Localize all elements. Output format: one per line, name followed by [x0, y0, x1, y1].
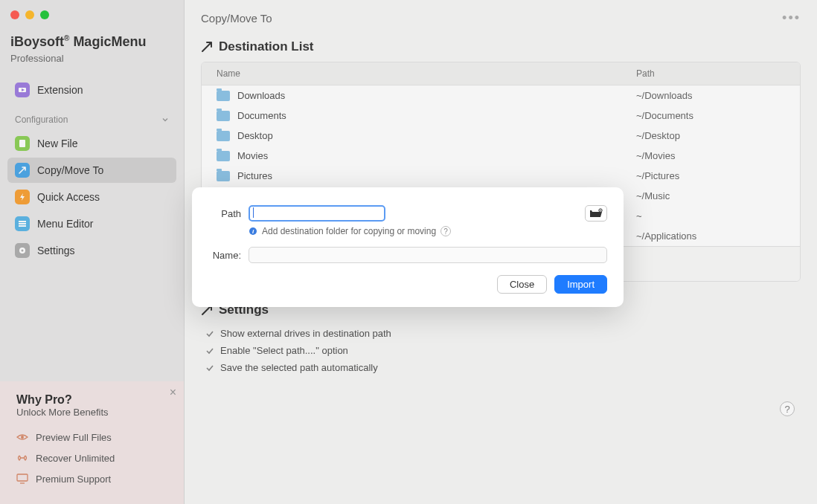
close-button[interactable]: Close: [497, 275, 547, 294]
hint-row: i Add destination folder for copying or …: [249, 226, 607, 236]
import-button[interactable]: Import: [554, 275, 607, 294]
path-row: Path: [208, 205, 607, 222]
hint-help-button[interactable]: ?: [440, 226, 451, 236]
info-icon: i: [249, 227, 257, 236]
text-cursor: [253, 207, 254, 218]
svg-point-17: [600, 210, 601, 211]
path-label: Path: [208, 208, 241, 219]
browse-folder-button[interactable]: [585, 205, 607, 222]
name-input[interactable]: [249, 247, 607, 263]
modal-actions: Close Import: [208, 275, 607, 294]
add-destination-modal: Path i Add destination folder for copyin…: [192, 187, 624, 307]
hint-text: Add destination folder for copying or mo…: [262, 226, 436, 236]
folder-open-icon: [589, 208, 603, 219]
name-label: Name:: [208, 250, 241, 261]
path-input[interactable]: [249, 205, 385, 222]
name-row: Name:: [208, 247, 607, 263]
